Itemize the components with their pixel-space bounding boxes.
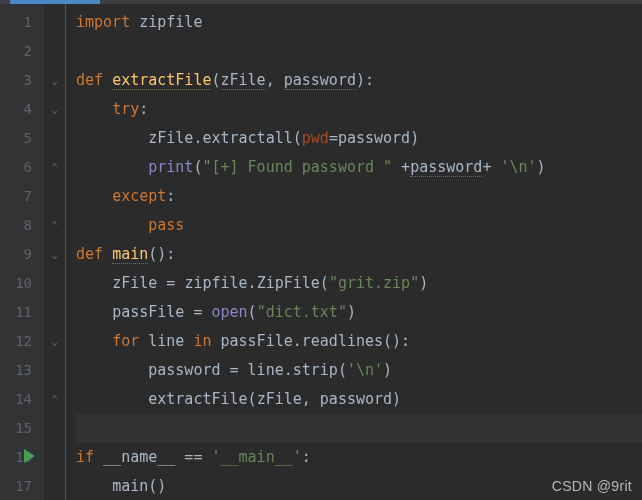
identifier: password (410, 158, 482, 177)
code-line[interactable]: passFile = open("dict.txt") (76, 298, 642, 327)
fold-end-icon[interactable]: ⌃ (44, 153, 65, 182)
keyword: except (112, 187, 166, 205)
line-number[interactable]: 6 (0, 153, 44, 182)
line-number[interactable]: 13 (0, 356, 44, 385)
code-line[interactable]: def extractFile(zFile, password): (76, 66, 642, 95)
run-gutter-icon[interactable] (24, 449, 35, 463)
string: '\n' (347, 361, 383, 379)
line-number[interactable]: 12 (0, 327, 44, 356)
code-line[interactable]: zFile = zipfile.ZipFile("grit.zip") (76, 269, 642, 298)
fold-toggle-icon[interactable]: ⌄ (44, 240, 65, 269)
line-number[interactable]: 10 (0, 269, 44, 298)
builtin: open (211, 303, 247, 321)
code-line[interactable]: try: (76, 95, 642, 124)
punct: , (302, 390, 320, 408)
parameter: zFile (221, 71, 266, 90)
line-number[interactable]: 7 (0, 182, 44, 211)
line-number[interactable]: 5 (0, 124, 44, 153)
punct: ) (410, 129, 419, 147)
punct: ( (293, 129, 302, 147)
operator: = (157, 274, 184, 292)
punct: ( (320, 274, 329, 292)
code-line[interactable]: def main(): (76, 240, 642, 269)
fold-cell (44, 298, 65, 327)
parameter: password (284, 71, 356, 90)
string: '__main__' (211, 448, 301, 466)
punct: : (139, 100, 148, 118)
string: "[+] Found password " (202, 158, 392, 176)
punct: ( (248, 303, 257, 321)
code-line[interactable]: pass (76, 211, 642, 240)
punct: (): (148, 245, 175, 263)
line-number[interactable]: 16 (0, 443, 44, 472)
punct: ) (419, 274, 428, 292)
code-line[interactable]: password = line.strip('\n') (76, 356, 642, 385)
module-name: zipfile (139, 13, 202, 31)
identifier: password (148, 361, 220, 379)
fold-cell (44, 414, 65, 443)
method-call: readlines (302, 332, 383, 350)
fold-toggle-icon[interactable]: ⌄ (44, 327, 65, 356)
code-line[interactable]: if __name__ == '__main__': (76, 443, 642, 472)
identifier: line (148, 332, 184, 350)
code-line[interactable]: extractFile(zFile, password) (76, 385, 642, 414)
keyword: try (112, 100, 139, 118)
keyword: def (76, 245, 103, 263)
code-area[interactable]: import zipfile def extractFile(zFile, pa… (66, 4, 642, 500)
punct: : (302, 448, 311, 466)
punct: ) (537, 158, 546, 176)
fold-gutter: ⌄ ⌄ ⌃ ⌃ ⌄ ⌄ ⌃ (44, 4, 66, 500)
operator: + (482, 158, 500, 176)
code-line[interactable]: zFile.extractall(pwd=password) (76, 124, 642, 153)
fold-end-icon[interactable]: ⌃ (44, 211, 65, 240)
string: "dict.txt" (257, 303, 347, 321)
fold-toggle-icon[interactable]: ⌄ (44, 66, 65, 95)
function-def: main (112, 245, 148, 264)
string: '\n' (500, 158, 536, 176)
fold-cell (44, 182, 65, 211)
punct: . (293, 332, 302, 350)
kwarg: pwd (302, 129, 329, 147)
keyword: in (193, 332, 211, 350)
line-number[interactable]: 9 (0, 240, 44, 269)
operator: == (175, 448, 211, 466)
identifier: password (320, 390, 392, 408)
line-number[interactable]: 4 (0, 95, 44, 124)
fold-toggle-icon[interactable]: ⌄ (44, 95, 65, 124)
code-line[interactable]: import zipfile (76, 8, 642, 37)
code-line[interactable]: print("[+] Found password " +password+ '… (76, 153, 642, 182)
method-call: strip (293, 361, 338, 379)
line-number[interactable]: 3 (0, 66, 44, 95)
line-number[interactable]: 11 (0, 298, 44, 327)
fold-cell (44, 269, 65, 298)
code-line-current[interactable] (76, 414, 642, 443)
code-line[interactable]: except: (76, 182, 642, 211)
fold-cell (44, 443, 65, 472)
line-number[interactable]: 17 (0, 472, 44, 500)
code-editor: 1 2 3 4 5 6 7 8 9 10 11 12 13 14 15 16 1… (0, 4, 642, 500)
function-def: extractFile (112, 71, 211, 90)
line-number[interactable]: 1 (0, 8, 44, 37)
code-line[interactable]: for line in passFile.readlines(): (76, 327, 642, 356)
line-number[interactable]: 8 (0, 211, 44, 240)
fold-end-icon[interactable]: ⌃ (44, 385, 65, 414)
identifier: passFile (112, 303, 184, 321)
identifier: passFile (221, 332, 293, 350)
punct: = (329, 129, 338, 147)
identifier: zFile (148, 129, 193, 147)
fold-cell (44, 124, 65, 153)
line-number[interactable]: 14 (0, 385, 44, 414)
punct: ) (347, 303, 356, 321)
code-line[interactable] (76, 37, 642, 66)
method-call: extractall (202, 129, 292, 147)
function-call: main (112, 477, 148, 495)
keyword: if (76, 448, 94, 466)
identifier: line (248, 361, 284, 379)
punct: ) (392, 390, 401, 408)
line-number[interactable]: 15 (0, 414, 44, 443)
operator: + (392, 158, 410, 176)
keyword: for (112, 332, 139, 350)
identifier: zFile (112, 274, 157, 292)
identifier: zFile (257, 390, 302, 408)
line-number[interactable]: 2 (0, 37, 44, 66)
